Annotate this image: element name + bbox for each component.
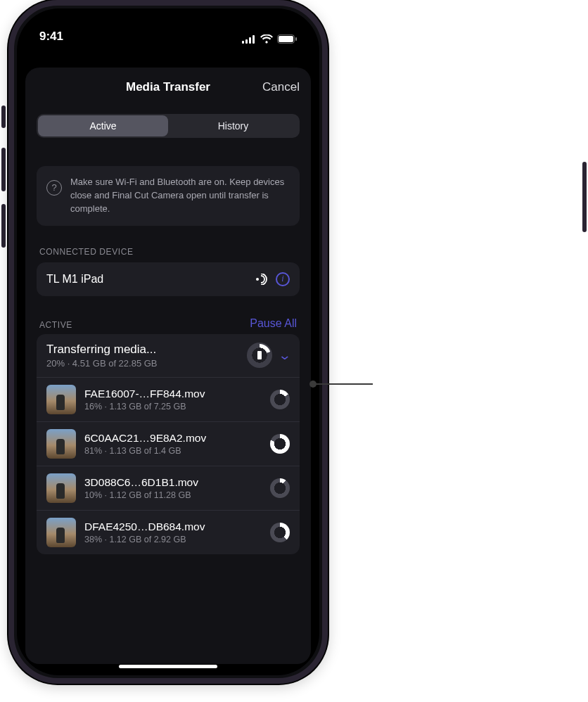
file-name: 3D088C6…6D1B1.mov (84, 476, 262, 489)
file-meta: 16% · 1.13 GB of 7.25 GB (84, 402, 262, 411)
svg-rect-1 (245, 39, 248, 44)
modal-sheet: Media Transfer Cancel Active History ? M… (25, 68, 311, 664)
summary-title: Transferring media... (46, 343, 158, 357)
info-text: Make sure Wi-Fi and Bluetooth are on. Ke… (70, 176, 290, 216)
status-bar: 9:41 (17, 8, 319, 46)
progress-ring (270, 434, 290, 454)
wifi-icon (260, 34, 273, 44)
file-name: 6C0AAC21…9E8A2.mov (84, 432, 262, 445)
status-indicators (242, 34, 297, 44)
segmented-control: Active History (37, 114, 300, 138)
file-meta: 81% · 1.13 GB of 1.4 GB (84, 446, 262, 456)
transfer-list: Transferring media... 20% · 4.51 GB of 2… (37, 334, 300, 554)
file-row[interactable]: 3D088C6…6D1B1.mov 10% · 1.12 GB of 11.28… (37, 466, 300, 511)
phone-frame: 9:41 Media Transfe (8, 0, 328, 684)
info-card: ? Make sure Wi-Fi and Bluetooth are on. … (37, 166, 300, 226)
progress-ring (270, 390, 290, 409)
connected-device-label: CONNECTED DEVICE (39, 247, 297, 257)
file-thumbnail (46, 385, 76, 414)
pause-all-button[interactable]: Pause All (250, 317, 297, 330)
info-icon[interactable]: i (276, 272, 290, 286)
tab-active[interactable]: Active (38, 115, 168, 136)
file-name: FAE16007-…FF844.mov (84, 388, 262, 400)
svg-rect-2 (249, 37, 251, 44)
screen: 9:41 Media Transfe (17, 8, 319, 675)
file-thumbnail (46, 429, 76, 459)
svg-rect-5 (279, 36, 293, 42)
connected-device-row[interactable]: TL M1 iPad i (37, 262, 300, 296)
svg-point-7 (256, 278, 259, 281)
help-icon[interactable]: ? (46, 180, 62, 196)
file-row[interactable]: 6C0AAC21…9E8A2.mov 81% · 1.13 GB of 1.4 … (37, 422, 300, 466)
file-thumbnail (46, 518, 76, 547)
device-name: TL M1 iPad (46, 273, 103, 286)
active-section-label: ACTIVE (39, 320, 72, 330)
sheet-header: Media Transfer Cancel (25, 68, 311, 107)
file-meta: 10% · 1.12 GB of 11.28 GB (84, 490, 262, 500)
sheet-title: Media Transfer (126, 80, 210, 94)
battery-icon (277, 34, 297, 44)
file-row[interactable]: FAE16007-…FF844.mov 16% · 1.13 GB of 7.2… (37, 378, 300, 422)
file-thumbnail (46, 473, 76, 503)
summary-meta: 20% · 4.51 GB of 22.85 GB (46, 358, 158, 369)
status-time: 9:41 (39, 30, 63, 44)
pause-button[interactable] (247, 343, 272, 368)
progress-ring (270, 478, 290, 498)
callout-line (314, 383, 373, 385)
home-indicator[interactable] (119, 665, 217, 668)
progress-ring (270, 523, 290, 542)
svg-rect-3 (253, 35, 255, 44)
transfer-summary-row[interactable]: Transferring media... 20% · 4.51 GB of 2… (37, 334, 300, 378)
svg-rect-0 (242, 41, 244, 44)
chevron-down-icon[interactable]: ⌄ (278, 347, 292, 363)
tab-history[interactable]: History (168, 115, 298, 136)
file-row[interactable]: DFAE4250…DB684.mov 38% · 1.12 GB of 2.92… (37, 511, 300, 554)
file-name: DFAE4250…DB684.mov (84, 521, 262, 533)
file-meta: 38% · 1.12 GB of 2.92 GB (84, 535, 262, 544)
wireless-icon (255, 274, 269, 285)
cancel-button[interactable]: Cancel (262, 80, 300, 94)
cellular-icon (242, 35, 256, 44)
svg-rect-6 (295, 37, 297, 41)
